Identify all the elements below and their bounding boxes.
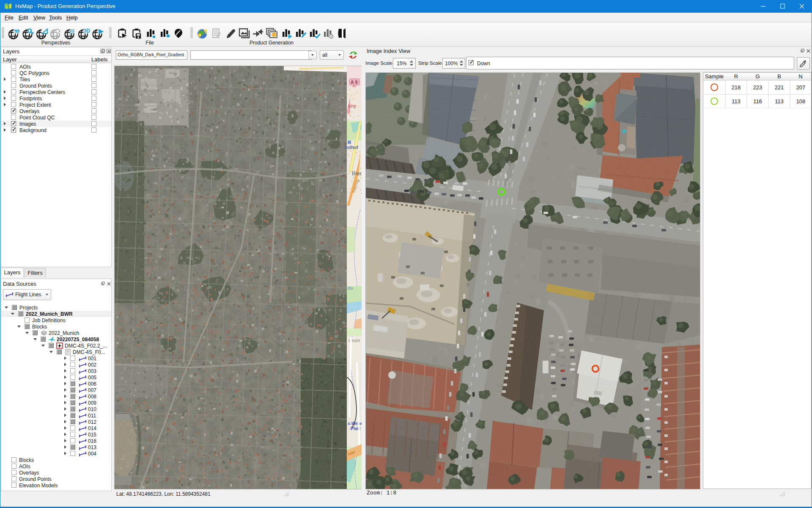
svg-text:Eis: Eis: [348, 286, 353, 290]
svg-text:3D: 3D: [84, 28, 91, 34]
svg-text:A 9: A 9: [351, 80, 358, 85]
svg-text:iedhof: iedhof: [344, 145, 358, 150]
svg-text:Bied: Bied: [352, 170, 362, 177]
svg-text:bing: bing: [348, 104, 356, 108]
